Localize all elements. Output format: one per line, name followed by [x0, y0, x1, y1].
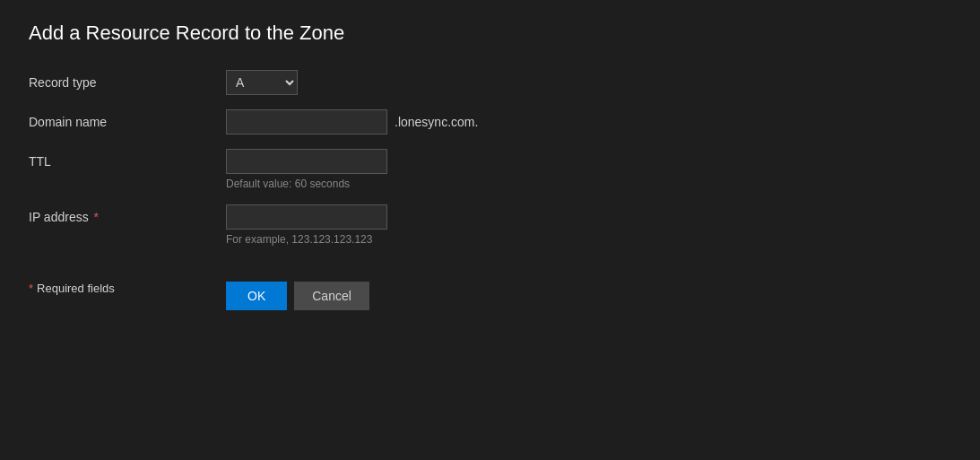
domain-name-input[interactable]: [226, 109, 387, 135]
required-fields-section: * Required fields: [29, 276, 226, 295]
required-fields-label: Required fields: [37, 282, 115, 295]
record-type-label: Record type: [29, 70, 226, 90]
ip-address-row: IP address * For example, 123.123.123.12…: [29, 204, 599, 246]
cancel-button[interactable]: Cancel: [294, 282, 369, 310]
ok-button[interactable]: OK: [226, 282, 287, 310]
ip-address-hint: For example, 123.123.123.123: [226, 233, 387, 246]
buttons-row: OK Cancel: [226, 282, 369, 310]
domain-suffix: .lonesync.com.: [395, 115, 478, 129]
domain-name-input-row: .lonesync.com.: [226, 109, 478, 135]
ttl-row: TTL Default value: 60 seconds: [29, 149, 599, 190]
ip-address-label: IP address *: [29, 204, 226, 224]
domain-name-label: Domain name: [29, 109, 226, 129]
dialog-title: Add a Resource Record to the Zone: [29, 22, 599, 45]
ip-address-input[interactable]: [226, 204, 387, 230]
domain-name-control: .lonesync.com.: [226, 109, 478, 135]
add-resource-record-dialog: Add a Resource Record to the Zone Record…: [0, 0, 628, 332]
buttons-section: * Required fields OK Cancel: [29, 260, 599, 310]
ttl-input[interactable]: [226, 149, 387, 174]
record-type-control: A AAAA CNAME MX NS PTR SOA SRV TXT: [226, 70, 298, 95]
domain-name-row: Domain name .lonesync.com.: [29, 109, 599, 135]
ttl-hint: Default value: 60 seconds: [226, 178, 387, 190]
record-type-select[interactable]: A AAAA CNAME MX NS PTR SOA SRV TXT: [226, 70, 298, 95]
record-type-row: Record type A AAAA CNAME MX NS PTR SOA S…: [29, 70, 599, 95]
ttl-label: TTL: [29, 149, 226, 169]
required-star: *: [29, 282, 33, 295]
ttl-control: Default value: 60 seconds: [226, 149, 387, 190]
ip-address-required-star: *: [91, 210, 99, 224]
ip-address-control: For example, 123.123.123.123: [226, 204, 387, 246]
